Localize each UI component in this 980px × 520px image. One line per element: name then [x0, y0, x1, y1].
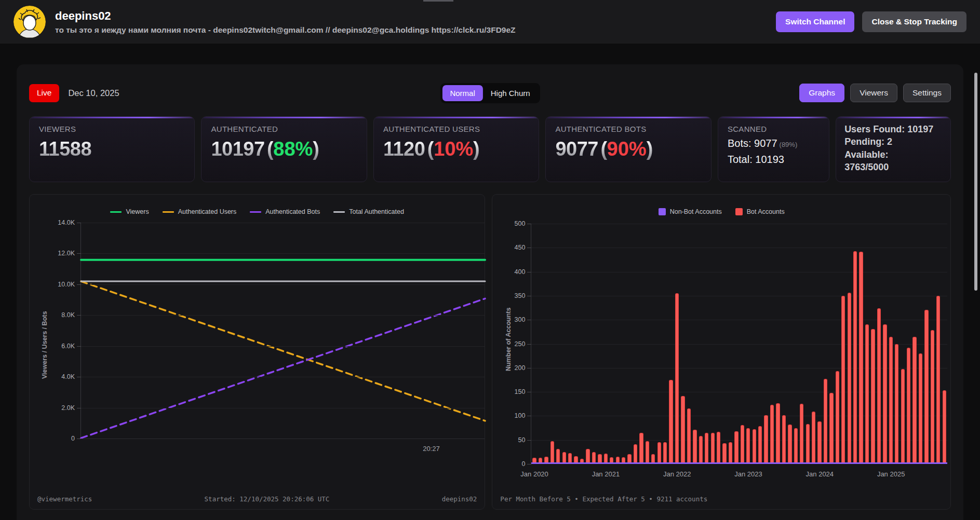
stat-percent-red: 90%	[607, 138, 647, 160]
x-tick-label: Jan 2022	[663, 470, 691, 478]
stat-card-viewers: VIEWERS 11588	[29, 116, 195, 182]
app-header: deepins02 то ты это я иежду нами молния …	[0, 0, 980, 44]
y-tick-mark	[77, 408, 81, 408]
paren: )	[647, 138, 653, 160]
month-slot	[621, 224, 626, 464]
mode-high-churn-button[interactable]: High Churn	[483, 85, 538, 101]
tab-graphs[interactable]: Graphs	[799, 84, 844, 102]
stat-card-authenticated-bots: AUTHENTICATED BOTS 9077 (90%)	[545, 116, 711, 182]
month-slot	[662, 224, 668, 464]
live-status-badge: Live	[29, 84, 59, 102]
x-tick-label: Jan 2023	[734, 470, 762, 478]
month-slot	[835, 224, 840, 464]
month-slot	[923, 224, 929, 464]
series-line	[81, 281, 485, 421]
y-tick-mark	[77, 315, 81, 316]
x-tick-label: Jan 2020	[520, 470, 548, 478]
line-chart-footer: @viewermetrics Started: 12/10/2025 20:26…	[37, 495, 477, 503]
y-tick-mark	[77, 284, 81, 285]
close-stop-tracking-button[interactable]: Close & Stop Tracking	[862, 11, 966, 32]
bot-accounts-bar	[824, 379, 827, 464]
month-slot	[763, 224, 769, 464]
bot-accounts-bar	[634, 444, 637, 464]
y-tick-label: 2.0K	[61, 404, 75, 412]
month-slot	[828, 224, 834, 464]
bot-accounts-bar	[556, 449, 560, 464]
month-slot	[935, 224, 941, 464]
legend-swatch	[163, 211, 174, 213]
month-slot	[704, 224, 709, 464]
month-slot	[906, 224, 911, 464]
stat-label: AUTHENTICATED USERS	[383, 125, 529, 133]
y-tick-mark	[527, 272, 531, 272]
month-slot	[793, 224, 799, 464]
legend-swatch	[333, 211, 345, 213]
y-tick-label: 350	[515, 292, 526, 299]
bot-accounts-bar	[699, 436, 703, 464]
y-tick-label: 500	[515, 220, 526, 227]
month-slot	[597, 224, 602, 464]
bot-accounts-bar	[746, 428, 750, 464]
pending-line: Pending: 2	[844, 135, 942, 148]
page-scrollbar[interactable]	[974, 73, 977, 291]
scanned-total-line: Total: 10193	[728, 154, 820, 166]
stat-percent-red: 10%	[434, 138, 473, 160]
stat-label: AUTHENTICATED	[211, 125, 357, 133]
legend-item[interactable]: Viewers	[110, 208, 149, 215]
legend-swatch	[110, 211, 122, 213]
y-tick-label: 150	[515, 388, 526, 395]
month-slot	[930, 224, 935, 464]
bot-accounts-bar	[782, 415, 786, 464]
legend-item[interactable]: Authenticated Bots	[250, 208, 320, 215]
bot-accounts-bar	[924, 310, 928, 464]
switch-channel-button[interactable]: Switch Channel	[776, 11, 854, 32]
legend-item[interactable]: Bot Accounts	[735, 208, 785, 215]
bar-chart-footer-text: Per Month Before 5 • Expected After 5 • …	[500, 495, 707, 503]
y-tick-mark	[527, 464, 531, 464]
y-tick-label: 400	[515, 268, 526, 276]
legend-item[interactable]: Total Authenticated	[333, 208, 404, 215]
bot-accounts-bar	[936, 296, 940, 464]
bot-accounts-bar	[758, 426, 762, 464]
bar-chart-plot: 500450400350300250200150100500Jan 2020Ja…	[531, 224, 947, 464]
month-slot	[680, 224, 686, 464]
paren: (	[600, 138, 607, 160]
y-tick-mark	[527, 320, 531, 320]
channel-title: deepins02	[55, 9, 516, 23]
line-chart-y-axis-label: Viewers / Users / Bots	[41, 311, 48, 379]
month-slot	[888, 224, 894, 464]
legend-item[interactable]: Authenticated Users	[163, 208, 237, 215]
month-slot	[543, 224, 549, 464]
month-slot	[614, 224, 620, 464]
header-actions: Switch Channel Close & Stop Tracking	[776, 11, 966, 32]
controls-row: Live Dec 10, 2025 Normal High Churn Grap…	[29, 84, 951, 102]
y-tick-label: 200	[515, 364, 526, 372]
mode-normal-button[interactable]: Normal	[442, 85, 482, 101]
y-tick-mark	[527, 440, 531, 441]
stat-card-authenticated-users: AUTHENTICATED USERS 1120 (10%)	[373, 116, 539, 182]
x-tick-label: Jan 2024	[806, 470, 834, 478]
stat-value: 1120	[383, 138, 425, 160]
legend-label: Total Authenticated	[349, 208, 404, 215]
bot-accounts-bar	[912, 337, 916, 464]
bot-accounts-bar	[681, 396, 684, 464]
month-slot	[538, 224, 543, 464]
y-tick-label: 8.0K	[61, 311, 75, 319]
bot-accounts-bar	[741, 425, 744, 464]
stat-value: 9077	[555, 138, 598, 160]
bar-chart-card: Non-Bot AccountsBot Accounts Number of A…	[492, 194, 951, 510]
y-tick-label: 250	[515, 340, 526, 348]
gridline	[81, 377, 485, 377]
legend-item[interactable]: Non-Bot Accounts	[659, 208, 722, 215]
y-tick-label: 4.0K	[61, 373, 75, 380]
stat-value: 10197	[211, 138, 264, 160]
tab-settings[interactable]: Settings	[903, 84, 951, 102]
started-timestamp: Started: 12/10/2025 20:26:06 UTC	[205, 495, 330, 503]
month-slot	[585, 224, 590, 464]
month-slot	[645, 224, 650, 464]
tab-viewers[interactable]: Viewers	[850, 84, 897, 102]
gridline	[81, 284, 485, 285]
legend-label: Viewers	[126, 208, 149, 215]
bot-accounts-bar	[889, 337, 893, 464]
available-label-line: Available:	[844, 148, 942, 161]
